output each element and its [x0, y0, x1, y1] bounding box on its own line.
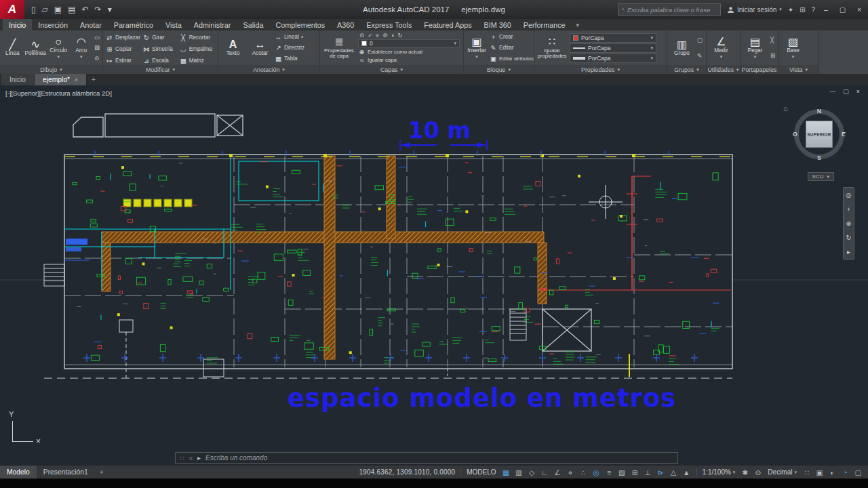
- lineweight-combo[interactable]: PorCapa ▾: [570, 54, 656, 63]
- layer-properties-button[interactable]: ≣ Propiedades de capa: [322, 32, 356, 64]
- edit-attributes-button[interactable]: ▣Editar atributos▾: [490, 54, 532, 63]
- layer-on-icon[interactable]: ⊙: [359, 32, 364, 39]
- save-icon[interactable]: ▣: [54, 5, 62, 14]
- fillet-button[interactable]: ◡Empalme: [180, 44, 215, 54]
- panel-label-anotacion[interactable]: Anotación ▾: [218, 65, 319, 74]
- zoom-icon[interactable]: ⊕: [846, 220, 852, 227]
- create-block-button[interactable]: +Crear: [490, 33, 532, 42]
- qat-customize-icon[interactable]: ▾: [108, 5, 112, 14]
- workspace-switching-icon[interactable]: ✱: [741, 468, 749, 476]
- new-layout-button[interactable]: +: [95, 466, 108, 479]
- command-line[interactable]: ∷ ≡ ▸ Escriba un comando: [175, 452, 678, 464]
- edit-block-button[interactable]: ✎Editar: [490, 43, 532, 52]
- panel-label-utilidades[interactable]: Utilidades ▾: [707, 65, 740, 74]
- window-minimize-button[interactable]: –: [821, 6, 831, 14]
- layer-restore-icon[interactable]: ↻: [397, 32, 402, 39]
- drawing-area[interactable]: 10 m espacio modelo en metros [-][Superi…: [0, 85, 868, 465]
- ellipse-icon[interactable]: ⊙: [94, 55, 100, 62]
- panel-label-grupos[interactable]: Grupos ▾: [667, 65, 706, 74]
- polar-tracking-icon[interactable]: ∠: [553, 468, 562, 476]
- ribbon-tab-vista[interactable]: Vista: [159, 19, 188, 30]
- viewcube-north[interactable]: N: [817, 108, 822, 115]
- cut-icon[interactable]: ╳: [770, 37, 775, 43]
- panel-label-vista[interactable]: Vista ▾: [778, 65, 818, 74]
- close-icon[interactable]: ×: [75, 77, 78, 83]
- ribbon-tab-inserción[interactable]: Inserción: [32, 19, 74, 30]
- group-edit-icon[interactable]: ✎: [697, 52, 703, 59]
- command-line-grip[interactable]: ∷: [180, 455, 184, 462]
- annotation-scale-button[interactable]: 1:1/100% ▾: [703, 468, 736, 476]
- ucs-selector[interactable]: SCU ▾: [808, 172, 834, 181]
- graphics-performance-icon[interactable]: ◔: [841, 468, 850, 476]
- rectangle-icon[interactable]: ▭: [94, 34, 100, 41]
- grid-icon[interactable]: ▦: [502, 468, 511, 476]
- ortho-mode-icon[interactable]: ∟: [540, 468, 549, 476]
- layout-tab-presentacion1[interactable]: Presentación1: [37, 466, 95, 479]
- new-file-icon[interactable]: ▯: [31, 5, 36, 14]
- viewport-controls-label[interactable]: [-][Superior][Estructura alámbrica 2D]: [5, 89, 112, 97]
- lineweight-icon[interactable]: ≡: [605, 468, 614, 476]
- showmotion-icon[interactable]: ▸: [847, 248, 850, 256]
- arc-button[interactable]: ◠ Arco ▾: [71, 32, 92, 64]
- hatch-icon[interactable]: ▨: [94, 44, 100, 51]
- layer-combo[interactable]: 0 ▾: [358, 39, 460, 47]
- command-customize-icon[interactable]: ≡: [189, 455, 193, 462]
- undo-icon[interactable]: ↶: [82, 5, 89, 14]
- transparency-icon[interactable]: ▨: [618, 468, 627, 476]
- stretch-button[interactable]: ↦Estirar: [106, 56, 141, 65]
- ribbon-tab-a360[interactable]: A360: [331, 19, 360, 30]
- command-input[interactable]: Escriba un comando: [205, 454, 267, 462]
- object-snap-tracking-icon[interactable]: ∴: [579, 468, 588, 476]
- isolate-objects-icon[interactable]: ◐: [828, 468, 837, 476]
- viewport-close-button[interactable]: ×: [856, 88, 860, 95]
- file-tab-ejemplo-[interactable]: ejemplo*×: [35, 74, 87, 85]
- ribbon-tab-performance[interactable]: Performance: [517, 19, 572, 30]
- layer-check-icon[interactable]: ✓: [368, 32, 372, 39]
- ribbon-tab-complementos[interactable]: Complementos: [269, 19, 331, 30]
- scale-button[interactable]: ⊿Escala: [142, 56, 178, 65]
- autoscale-icon[interactable]: ▲: [682, 468, 691, 476]
- layer-freeze-icon[interactable]: ⊘: [382, 32, 387, 39]
- ribbon-tab-featured-apps[interactable]: Featured Apps: [418, 19, 477, 30]
- app-store-icon[interactable]: ⊞: [800, 6, 805, 14]
- search-input[interactable]: [627, 6, 717, 14]
- dynamic-input-icon[interactable]: ⊳: [656, 468, 665, 476]
- trim-button[interactable]: ╳Recortar: [180, 33, 215, 42]
- match-layer-button[interactable]: ≈ Igualar capa: [358, 56, 460, 64]
- match-properties-button[interactable]: ∷ Igualar propiedades: [536, 32, 568, 64]
- window-close-button[interactable]: ×: [854, 6, 864, 14]
- orbit-icon[interactable]: ↻: [846, 234, 852, 241]
- annotation-monitor-icon[interactable]: ⊙: [753, 468, 762, 476]
- layer-lock-icon[interactable]: ◑: [391, 32, 394, 39]
- navigation-wheel-icon[interactable]: ◎: [846, 191, 851, 199]
- annotation-visibility-icon[interactable]: △: [669, 468, 678, 476]
- window-restore-button[interactable]: ▢: [837, 6, 848, 14]
- viewcube-top-face[interactable]: SUPERIOR: [806, 121, 833, 148]
- help-search[interactable]: [618, 3, 721, 16]
- panel-label-portapapeles[interactable]: Portapapeles: [741, 65, 778, 74]
- signin-button[interactable]: Iniciar sesión ▾: [727, 6, 782, 14]
- snap-mode-icon[interactable]: ▥: [515, 468, 524, 476]
- layer-list-icon[interactable]: ≡: [376, 32, 379, 39]
- array-button[interactable]: ▦Matriz: [180, 56, 215, 65]
- measure-button[interactable]: ∠ Medir ▾: [709, 32, 734, 64]
- panel-label-propiedades[interactable]: Propiedades ▾: [534, 65, 667, 74]
- circle-button[interactable]: ○ Círculo ▾: [48, 32, 69, 64]
- copy-button[interactable]: ⊞Copiar: [106, 44, 141, 54]
- table-button[interactable]: ▦Tabla: [275, 54, 304, 63]
- mirror-button[interactable]: ⋈Simetría: [142, 44, 178, 54]
- dimension-button[interactable]: ↔ Acotar: [248, 32, 273, 64]
- panel-label-capas[interactable]: Capas ▾: [320, 65, 463, 74]
- linear-dim-button[interactable]: ↔Lineal▾: [275, 33, 304, 42]
- polyline-button[interactable]: ∿ Polilínea: [25, 32, 46, 64]
- viewcube-south[interactable]: S: [817, 155, 821, 161]
- infer-constraints-icon[interactable]: ◇: [528, 468, 536, 476]
- ribbon-display-toggle[interactable]: ▾: [572, 19, 585, 30]
- panel-label-dibujo[interactable]: Dibujo ▾: [0, 65, 102, 74]
- dynamic-ucs-icon[interactable]: ⊥: [644, 468, 652, 476]
- clean-screen-icon[interactable]: ▢: [854, 468, 863, 476]
- group-button[interactable]: ▥ Grupo: [669, 32, 694, 64]
- ribbon-tab-bim-360[interactable]: BIM 360: [478, 19, 517, 30]
- panel-label-modificar[interactable]: Modificar ▾: [103, 65, 218, 74]
- units-button[interactable]: Decimal ▾: [768, 468, 797, 476]
